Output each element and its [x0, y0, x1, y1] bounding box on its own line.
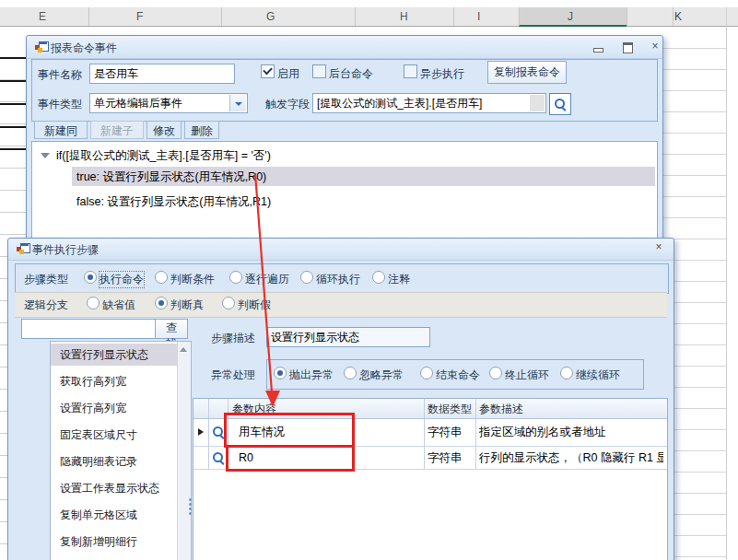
command-search-input[interactable] — [21, 319, 156, 339]
trigger-field-inset — [530, 95, 545, 111]
async-exec-label: 异步执行 — [420, 66, 464, 82]
list-item[interactable]: 复制单元格区域 — [51, 504, 187, 526]
radio-row-traverse[interactable] — [229, 271, 242, 284]
radio-continue-loop-label[interactable]: 继续循环 — [576, 368, 620, 383]
radio-stop-loop[interactable] — [489, 367, 502, 379]
async-exec-checkbox[interactable] — [404, 64, 417, 78]
report-command-event-dialog: 报表命令事件 × 事件名称 启用 后台命令 异步执行 复制报表命令 事件类型 单… — [26, 35, 663, 239]
event-type-label: 事件类型 — [38, 97, 82, 112]
excel-cell-border — [0, 57, 26, 59]
close-icon[interactable]: × — [644, 40, 666, 54]
background-command-checkbox[interactable] — [312, 64, 326, 78]
radio-judge-true[interactable] — [155, 297, 168, 309]
tree-node-true-branch[interactable]: true: 设置行列显示状态(用车情况,R0) — [76, 169, 266, 185]
step-desc-input[interactable] — [266, 327, 430, 347]
excel-col-separator — [519, 7, 520, 26]
radio-loop-exec-label[interactable]: 循环执行 — [316, 272, 360, 287]
cell-param-desc: 行列的显示状态，（R0 隐藏行 R1 显示... — [479, 449, 663, 465]
col-header-param-desc[interactable]: 参数描述 — [479, 402, 523, 417]
list-scrollbar[interactable] — [177, 342, 191, 560]
close-icon[interactable]: × — [648, 240, 670, 255]
excel-column-label[interactable]: H — [400, 10, 408, 23]
radio-ignore-exception[interactable] — [344, 367, 357, 379]
radio-stop-loop-label[interactable]: 终止循环 — [505, 368, 549, 383]
trigger-field-search-button[interactable] — [549, 93, 571, 115]
cell-search-icon[interactable] — [213, 426, 224, 438]
excel-column-label[interactable]: F — [136, 10, 143, 23]
current-row-indicator-icon — [198, 428, 204, 436]
excel-cell-border — [0, 103, 26, 105]
chevron-down-icon[interactable] — [229, 95, 246, 111]
radio-comment-label[interactable]: 注释 — [388, 272, 410, 287]
excel-col-separator — [221, 7, 222, 26]
event-name-input[interactable] — [89, 64, 235, 84]
radio-continue-loop[interactable] — [560, 367, 573, 379]
radio-default-value-label[interactable]: 缺省值 — [102, 298, 135, 313]
background-command-label: 后台命令 — [329, 66, 373, 82]
radio-throw-exception[interactable] — [274, 367, 287, 379]
new-sibling-button[interactable]: 新建同级 — [34, 121, 88, 139]
annotation-box-param2 — [226, 445, 355, 472]
search-icon — [555, 99, 566, 110]
radio-end-command[interactable] — [420, 367, 433, 379]
enable-checkbox[interactable] — [261, 64, 275, 78]
dialog2-title: 事件执行步骤 — [32, 242, 99, 258]
radio-exec-command-label[interactable]: 执行命令 — [100, 272, 144, 287]
list-item[interactable]: 获取行高列宽 — [51, 370, 187, 392]
radio-exec-command[interactable] — [84, 271, 97, 284]
new-child-button[interactable]: 新建子级 — [90, 121, 144, 139]
list-item[interactable]: 固定表区域尺寸 — [51, 424, 187, 446]
tree-node-false-branch[interactable]: false: 设置行列显示状态(用车情况,R1) — [76, 194, 271, 210]
list-item[interactable]: 设置工作表显示状态 — [51, 477, 187, 499]
list-item[interactable]: 隐藏明细表记录 — [51, 450, 187, 472]
list-item[interactable]: 复制新增明细行 — [51, 531, 187, 553]
event-name-label: 事件名称 — [38, 67, 82, 83]
radio-default-value[interactable] — [87, 297, 100, 309]
dialog1-titlebar[interactable]: 报表命令事件 × — [27, 36, 662, 59]
list-item-selected[interactable]: 设置行列显示状态 — [51, 344, 187, 366]
radio-judge-false-label[interactable]: 判断假 — [238, 298, 271, 313]
logic-branch-label: 逻辑分支 — [24, 298, 68, 313]
step-desc-label: 步骤描述 — [211, 331, 255, 346]
cell-data-type: 字符串 — [428, 449, 474, 465]
scroll-up-icon[interactable] — [180, 347, 187, 352]
excel-column-label-k[interactable]: K — [674, 10, 682, 23]
delete-button[interactable]: 删除 — [184, 121, 219, 139]
dialog2-titlebar[interactable]: 事件执行步骤 × — [8, 239, 674, 261]
excel-column-label[interactable]: G — [266, 10, 275, 23]
cell-search-icon[interactable] — [213, 452, 224, 463]
trigger-field-value: [提取公式的测试_主表].[是否用车] — [317, 97, 482, 110]
excel-cell-border — [0, 148, 26, 150]
radio-judge-true-label[interactable]: 判断真 — [170, 298, 204, 313]
enable-label: 启用 — [277, 66, 299, 82]
radio-end-command-label[interactable]: 结束命令 — [436, 368, 480, 383]
event-type-combobox[interactable]: 单元格编辑后事件 — [89, 93, 248, 113]
copy-report-command-button[interactable]: 复制报表命令 — [487, 61, 567, 84]
list-item[interactable]: 设置行高列宽 — [51, 397, 187, 419]
command-tree: if([提取公式的测试_主表].[是否用车] = '否') true: 设置行列… — [31, 141, 658, 239]
excel-col-separator — [355, 7, 356, 26]
radio-row-traverse-label[interactable]: 逐行遍历 — [245, 272, 289, 287]
col-header-data-type[interactable]: 数据类型 — [428, 402, 472, 417]
trigger-field-input[interactable]: [提取公式的测试_主表].[是否用车] — [312, 93, 546, 113]
excel-cell-border — [0, 80, 26, 82]
excel-column-label[interactable]: J — [568, 10, 573, 23]
radio-ignore-exception-label[interactable]: 忽略异常 — [359, 368, 404, 383]
excel-column-label[interactable]: E — [39, 10, 46, 23]
radio-judge-false[interactable] — [222, 297, 235, 309]
radio-throw-exception-label[interactable]: 抛出异常 — [289, 368, 334, 383]
minimize-button[interactable] — [587, 40, 609, 54]
event-execution-steps-dialog: 事件执行步骤 × 步骤类型 执行命令 判断条件 逐行遍历 循环执行 注释 逻辑分… — [7, 238, 674, 560]
maximize-button[interactable] — [616, 40, 638, 54]
radio-comment[interactable] — [372, 271, 385, 284]
excel-column-label[interactable]: I — [477, 10, 480, 23]
cell-param-desc: 指定区域的别名或者地址 — [479, 425, 663, 440]
radio-judge-condition[interactable] — [155, 271, 168, 284]
search-button[interactable]: 查找 — [155, 319, 188, 339]
tree-collapse-icon[interactable] — [41, 153, 50, 158]
modify-button[interactable]: 修改 — [146, 121, 182, 139]
tree-node-condition[interactable]: if([提取公式的测试_主表].[是否用车] = '否') — [56, 148, 271, 164]
radio-judge-condition-label[interactable]: 判断条件 — [170, 272, 215, 287]
radio-loop-exec[interactable] — [300, 271, 313, 284]
command-list: 设置行列显示状态 获取行高列宽 设置行高列宽 固定表区域尺寸 隐藏明细表记录 设… — [50, 341, 192, 560]
